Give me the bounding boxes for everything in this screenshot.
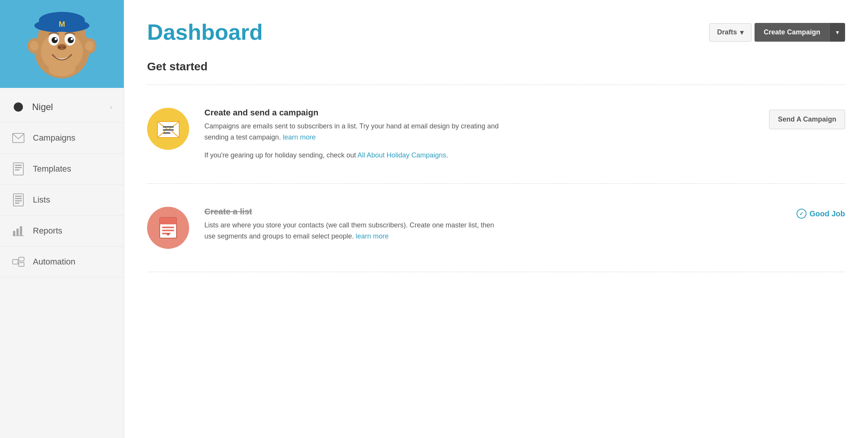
svg-rect-43 <box>163 129 174 131</box>
svg-point-13 <box>52 37 58 43</box>
svg-rect-30 <box>15 200 22 201</box>
campaign-card-icon <box>147 108 189 150</box>
svg-rect-22 <box>13 133 24 143</box>
section-title: Get started <box>147 60 845 73</box>
sidebar-item-user[interactable]: Nigel › <box>0 92 124 123</box>
campaign-card-content: Create and send a campaign Campaigns are… <box>204 108 754 161</box>
list-card-title: Create a list <box>204 207 781 217</box>
list-card-desc: Lists are where you store your contacts … <box>204 220 502 242</box>
drafts-button[interactable]: Drafts ▾ <box>709 23 751 42</box>
svg-rect-42 <box>163 126 174 128</box>
svg-point-20 <box>49 61 75 76</box>
lists-label: Lists <box>33 195 50 205</box>
svg-rect-24 <box>15 165 22 166</box>
list-card-content: Create a list Lists are where you store … <box>204 207 781 242</box>
create-campaign-button[interactable]: Create Campaign <box>755 23 829 42</box>
header-actions: Drafts ▾ Create Campaign ▾ <box>709 23 845 42</box>
divider-middle <box>147 183 845 184</box>
svg-point-7 <box>30 41 39 51</box>
svg-text:M: M <box>59 20 65 28</box>
svg-point-14 <box>68 37 74 43</box>
list-card-icon <box>147 207 189 249</box>
good-job-label: Good Job <box>810 209 845 218</box>
campaign-card-title: Create and send a campaign <box>204 108 754 118</box>
svg-rect-37 <box>19 257 24 261</box>
svg-rect-48 <box>162 227 174 228</box>
campaign-learn-more-link[interactable]: learn more <box>283 133 316 141</box>
email-icon <box>11 131 25 145</box>
freddie-logo: M <box>26 6 98 82</box>
envelope-icon <box>156 118 181 140</box>
svg-rect-36 <box>13 260 18 264</box>
create-campaign-dropdown-button[interactable]: ▾ <box>829 23 845 42</box>
page-title: Dashboard <box>147 19 263 45</box>
send-campaign-button[interactable]: Send A Campaign <box>769 110 845 129</box>
sidebar-item-lists[interactable]: Lists <box>0 185 124 216</box>
svg-point-18 <box>58 46 61 49</box>
create-campaign-group: Create Campaign ▾ <box>755 23 845 42</box>
header-row: Dashboard Drafts ▾ Create Campaign ▾ <box>147 19 845 45</box>
svg-point-15 <box>55 38 57 40</box>
sidebar-logo: M <box>0 0 124 88</box>
campaign-card-action: Send A Campaign <box>769 108 845 129</box>
campaigns-label: Campaigns <box>33 133 75 143</box>
chevron-down-icon: ▾ <box>740 28 743 37</box>
divider-bottom <box>147 272 845 272</box>
campaign-holiday-text: If you're gearing up for holiday sending… <box>204 150 502 161</box>
divider-top <box>147 84 845 85</box>
sidebar-item-campaigns[interactable]: Campaigns <box>0 123 124 154</box>
automation-icon <box>11 255 25 269</box>
svg-rect-26 <box>15 169 19 170</box>
sidebar: M <box>0 0 124 438</box>
list-card-action: ✓ Good Job <box>797 207 845 219</box>
svg-rect-23 <box>13 163 23 175</box>
holiday-campaigns-link[interactable]: All About Holiday Campaigns <box>358 151 446 159</box>
sidebar-item-automation[interactable]: Automation <box>0 247 124 277</box>
chevron-down-icon: ▾ <box>836 29 839 36</box>
sidebar-item-reports[interactable]: Reports <box>0 216 124 247</box>
bar-chart-icon <box>11 224 25 238</box>
svg-rect-28 <box>15 196 22 197</box>
svg-rect-47 <box>160 222 177 224</box>
list-learn-more-link[interactable]: learn more <box>356 232 389 240</box>
svg-rect-32 <box>13 231 15 236</box>
svg-rect-34 <box>20 226 22 236</box>
main-content: Dashboard Drafts ▾ Create Campaign ▾ Get… <box>124 0 868 438</box>
user-label: Nigel <box>32 102 53 112</box>
sidebar-nav: Nigel › Campaigns Te <box>0 88 124 438</box>
list-document-icon <box>158 216 178 240</box>
automation-label: Automation <box>33 257 75 267</box>
templates-label: Templates <box>33 164 71 174</box>
svg-rect-49 <box>162 230 174 231</box>
svg-point-9 <box>85 41 94 51</box>
good-job-badge: ✓ Good Job <box>797 209 845 219</box>
svg-rect-38 <box>19 263 24 266</box>
campaign-card-desc: Campaigns are emails sent to subscribers… <box>204 121 502 143</box>
campaign-card: Create and send a campaign Campaigns are… <box>147 96 845 172</box>
svg-rect-29 <box>15 198 22 199</box>
check-circle-icon: ✓ <box>797 209 806 219</box>
svg-rect-27 <box>13 194 23 206</box>
template-icon <box>11 162 25 176</box>
chevron-right-icon: › <box>110 103 112 111</box>
sidebar-item-templates[interactable]: Templates <box>0 154 124 185</box>
reports-label: Reports <box>33 226 62 236</box>
svg-rect-33 <box>16 229 19 236</box>
svg-point-16 <box>71 38 73 40</box>
svg-rect-25 <box>15 167 22 168</box>
chat-bubble-icon <box>11 100 25 114</box>
list-card: Create a list Lists are where you store … <box>147 195 845 260</box>
svg-point-19 <box>63 46 66 49</box>
svg-rect-31 <box>15 203 19 204</box>
lists-icon <box>11 193 25 207</box>
